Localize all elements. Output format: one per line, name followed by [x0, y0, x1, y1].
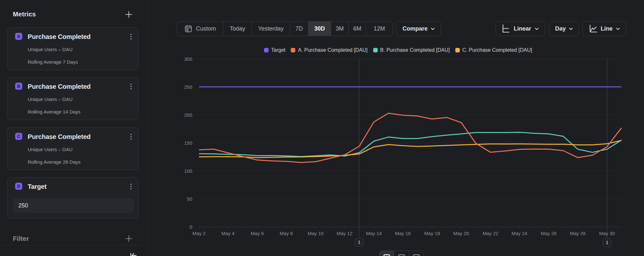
svg-text:May 16: May 16	[395, 231, 411, 236]
svg-text:250: 250	[184, 84, 192, 90]
svg-text:May 28: May 28	[570, 231, 585, 236]
svg-text:May 18: May 18	[424, 231, 440, 236]
svg-text:May 30: May 30	[599, 231, 615, 236]
svg-text:May 10: May 10	[308, 231, 323, 236]
svg-text:100: 100	[184, 168, 192, 174]
svg-text:May 14: May 14	[366, 231, 382, 236]
svg-text:May 2: May 2	[193, 231, 206, 236]
svg-text:May 8: May 8	[280, 231, 293, 236]
svg-text:200: 200	[184, 112, 192, 118]
svg-text:May 12: May 12	[336, 231, 352, 236]
svg-text:May 26: May 26	[541, 231, 556, 236]
svg-text:May 22: May 22	[482, 231, 498, 236]
svg-text:0: 0	[190, 224, 192, 230]
svg-text:150: 150	[184, 140, 192, 146]
svg-text:May 24: May 24	[511, 231, 527, 236]
svg-text:May 6: May 6	[251, 231, 264, 236]
svg-text:300: 300	[184, 56, 192, 62]
svg-text:50: 50	[187, 196, 192, 202]
svg-text:May 4: May 4	[222, 231, 235, 236]
svg-text:May 20: May 20	[453, 231, 469, 236]
